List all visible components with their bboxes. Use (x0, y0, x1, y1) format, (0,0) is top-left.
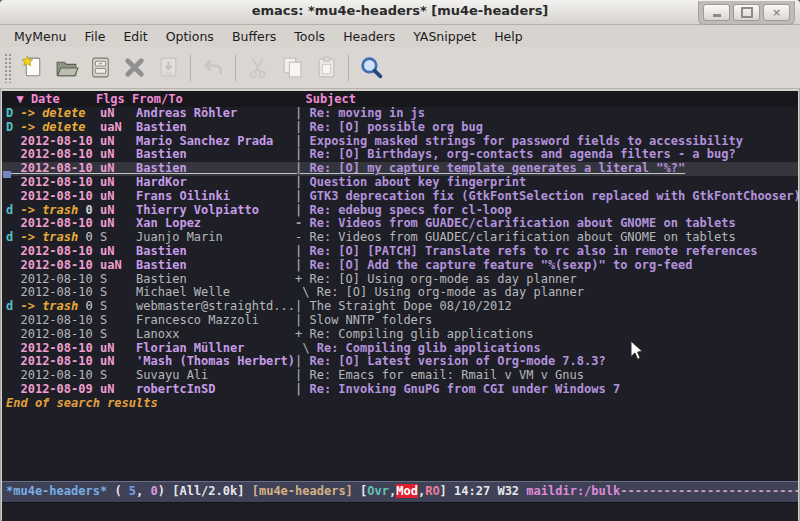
new-file-button[interactable] (15, 52, 49, 84)
end-of-search-results: End of search results (2, 397, 798, 411)
delete-button[interactable] (117, 52, 151, 84)
thread-char: | (295, 382, 309, 396)
menu-tools[interactable]: Tools (286, 27, 333, 46)
save-button[interactable] (83, 52, 117, 84)
list-item[interactable]: d -> trash 0 uN Thierry Volpiatto | Re: … (2, 204, 798, 218)
column-subject[interactable]: Subject (291, 92, 356, 106)
subject: Question about key fingerprint (309, 175, 526, 189)
from: HardKor (136, 175, 295, 189)
modeline-text: ] (440, 484, 454, 498)
flags: uN (100, 341, 136, 355)
list-item[interactable]: D -> delete uaN Bastien | Re: [O] possib… (2, 121, 798, 135)
from: Frans Oilinki (136, 189, 295, 203)
date: 2012-08-10 (20, 285, 99, 299)
thread-char: | (295, 313, 309, 327)
cut-scissors-icon (246, 55, 271, 80)
cut-button (241, 52, 275, 84)
menu-yasnippet[interactable]: YASnippet (405, 27, 484, 46)
modeline-readonly-flag[interactable]: RO (425, 484, 439, 498)
mark-char (6, 272, 20, 286)
thread-char: | (295, 120, 309, 134)
mark-char (6, 354, 20, 368)
menu-options[interactable]: Options (158, 27, 222, 46)
from: Bastien (136, 244, 295, 258)
modeline-major-mode[interactable]: [mu4e-headers] (252, 484, 360, 498)
list-item[interactable]: d -> trash 0 S Juanjo Marin - Re: Videos… (2, 231, 798, 245)
emacs-window: emacs: *mu4e-headers* [mu4e-headers] × M… (0, 0, 800, 521)
from: Mario Sanchez Prada (136, 134, 295, 148)
flags: S (100, 299, 136, 313)
date: 2012-08-10 (20, 244, 99, 258)
modeline-overwrite-flag[interactable]: Ovr (367, 484, 389, 498)
list-item[interactable]: 2012-08-10 S Michael Welle \ Re: [O] Usi… (2, 286, 798, 300)
search-button[interactable] (354, 52, 388, 84)
open-file-button[interactable] (49, 52, 83, 84)
list-item[interactable]: 2012-08-10 uN Bastien | Re: [O] [PATCH] … (2, 245, 798, 259)
subject: Exposing masked strings for password fie… (309, 134, 742, 148)
list-item[interactable]: 2012-08-10 uN Bastien | Re: [O] my captu… (2, 162, 798, 176)
titlebar[interactable]: emacs: *mu4e-headers* [mu4e-headers] × (0, 0, 800, 25)
echo-area[interactable] (2, 503, 798, 521)
modeline-text: ( (107, 484, 129, 498)
list-item[interactable]: 2012-08-10 uN 'Mash (Thomas Herbert)| Re… (2, 355, 798, 369)
paste-clipboard-icon (314, 55, 339, 80)
list-item[interactable]: 2012-08-10 S Suvayu Ali | Re: Emacs for … (2, 369, 798, 383)
subject: Re: [O] my capture template generates a … (309, 161, 685, 175)
mark-char (6, 285, 20, 299)
from: Bastien (136, 147, 295, 161)
window-title: emacs: *mu4e-headers* [mu4e-headers] (0, 3, 800, 18)
modeline-buffer-name[interactable]: *mu4e-headers* (6, 484, 107, 498)
list-item[interactable]: 2012-08-10 uN Bastien | Re: [O] Birthday… (2, 148, 798, 162)
date: 2012-08-10 (20, 175, 99, 189)
list-item[interactable]: D -> delete uN Andreas Röhler | Re: movi… (2, 107, 798, 121)
thread-char: | (295, 161, 309, 175)
menu-buffers[interactable]: Buffers (224, 27, 284, 46)
list-item[interactable]: 2012-08-10 uN Florian Müllner \ Re: Comp… (2, 342, 798, 356)
flags: uN (100, 175, 136, 189)
from: Florian Müllner (136, 341, 295, 355)
thread-char: - (295, 230, 309, 244)
column-from-to[interactable]: From/To (132, 92, 291, 106)
thread-char: | (295, 134, 309, 148)
subject: Re: moving in js (309, 106, 425, 120)
list-item[interactable]: 2012-08-10 uN Xan Lopez - Re: Videos fro… (2, 217, 798, 231)
flags: uaN (100, 120, 136, 134)
headers-column-row[interactable]: ▼ Date Flgs From/To Subject (2, 91, 798, 107)
save-icon (88, 55, 113, 80)
from: Bastien (136, 161, 295, 175)
date: 2012-08-10 (20, 368, 99, 382)
menu-mymenu[interactable]: MyMenu (6, 27, 75, 46)
list-item[interactable]: d -> trash 0 S webmaster@straightd...| T… (2, 300, 798, 314)
modeline-modified-flag[interactable]: Mod (396, 484, 418, 498)
menu-file[interactable]: File (77, 27, 114, 46)
open-folder-icon (54, 55, 79, 80)
flags: uN (100, 382, 136, 396)
message-list: D -> delete uN Andreas Röhler | Re: movi… (2, 107, 798, 397)
menu-headers[interactable]: Headers (335, 27, 403, 46)
mode-line[interactable]: *mu4e-headers* ( 5, 0) [All/2.0k] [mu4e-… (2, 481, 798, 503)
list-item[interactable]: 2012-08-10 uaN Bastien | Re: [O] Add the… (2, 259, 798, 273)
list-item[interactable]: 2012-08-10 S Lanoxx + Re: Compiling glib… (2, 328, 798, 342)
from: Xan Lopez (136, 216, 295, 230)
toolbar (0, 47, 800, 89)
list-item[interactable]: 2012-08-10 S Francesco Mazzoli | Slow NN… (2, 314, 798, 328)
column-flags[interactable]: Flgs (96, 92, 132, 106)
close-button[interactable]: × (763, 4, 790, 21)
menu-edit[interactable]: Edit (115, 27, 155, 46)
thread-char: | (295, 354, 309, 368)
list-item[interactable]: 2012-08-10 uN Frans Oilinki | GTK3 depre… (2, 190, 798, 204)
flags: uN (100, 134, 136, 148)
toolbar-grip[interactable] (4, 53, 11, 83)
list-item[interactable]: 2012-08-10 uN HardKor | Question about k… (2, 176, 798, 190)
subject: Re: Emacs for email: Rmail v VM v Gnus (309, 368, 584, 382)
maximize-button[interactable] (733, 4, 760, 21)
list-item[interactable]: 2012-08-09 uN robertcInSD | Re: Invoking… (2, 383, 798, 397)
thread-char: | (295, 175, 309, 189)
list-item[interactable]: 2012-08-10 uN Mario Sanchez Prada | Expo… (2, 135, 798, 149)
column-date[interactable]: ▼ Date (2, 92, 96, 106)
menu-help[interactable]: Help (486, 27, 531, 46)
minimize-button[interactable] (703, 4, 730, 21)
from: Thierry Volpiatto (136, 203, 295, 217)
list-item[interactable]: 2012-08-10 S Bastien + Re: [O] Using org… (2, 273, 798, 287)
date: 2012-08-10 (20, 313, 99, 327)
